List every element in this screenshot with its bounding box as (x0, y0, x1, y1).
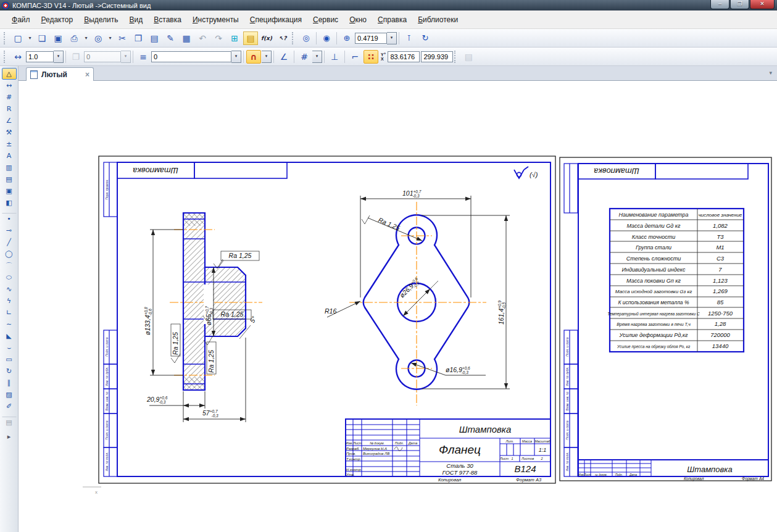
tool-button[interactable]: ⊸ (2, 225, 17, 236)
tool-button[interactable]: ⌣ (2, 342, 17, 354)
tool-button[interactable]: ◯ (2, 248, 17, 260)
coord-y-input[interactable] (388, 51, 420, 62)
tool-button[interactable]: # (2, 91, 17, 103)
tool-button[interactable]: ◧ (2, 197, 17, 209)
layers-icon[interactable]: ≡ (136, 50, 151, 64)
tool-button[interactable]: ▣ (2, 185, 17, 197)
tool-button[interactable]: ± (2, 138, 17, 150)
menu-item[interactable]: Справка (372, 13, 412, 27)
tool-button[interactable]: △ (2, 68, 17, 80)
drawing-area[interactable]: Перв. примен. Подп. и дата Инв. № дубл. … (19, 81, 777, 532)
tool-button[interactable]: ▸ (2, 431, 17, 443)
angle-snap-button[interactable]: ∠ (276, 50, 291, 64)
copies-input[interactable] (84, 51, 121, 62)
tool-button[interactable]: ◣ (2, 330, 17, 342)
toolbar-button[interactable]: ▤ (147, 31, 162, 45)
toolbar-overflow-button[interactable]: ▾ (769, 70, 772, 76)
zoom-selected-button[interactable]: ◉ (319, 31, 334, 45)
zoom-scale-input[interactable] (355, 33, 387, 44)
menu-item[interactable]: Библиотеки (412, 13, 463, 27)
menu-item[interactable]: Спецификация (244, 13, 307, 27)
toolbar-button[interactable]: ✂ (115, 31, 130, 45)
toolbar-button[interactable]: ▤ (243, 31, 258, 45)
tool-button[interactable]: • (2, 213, 17, 225)
sheet-a4[interactable]: Подп. и дата Инв. № дубл. Взам. инв. № П… (560, 157, 771, 481)
ortho-button[interactable]: ⌐ (347, 50, 362, 64)
toolbar-button[interactable]: ⊞ (227, 31, 242, 45)
tool-button[interactable]: ⚒ (2, 127, 17, 138)
tool-button[interactable]: ▤ (2, 417, 17, 428)
document-tab[interactable]: Лютый × (26, 67, 94, 81)
layer-dropdown[interactable]: ▾ (231, 51, 241, 63)
tool-button[interactable]: ∥ (2, 377, 17, 389)
parameter-table[interactable]: Наименование параметра числовое значение… (607, 209, 744, 352)
tool-button[interactable]: ϟ (2, 295, 17, 307)
tool-button[interactable]: ⌒ (2, 260, 17, 272)
copies-dropdown[interactable]: ▾ (121, 51, 131, 63)
sheet-a3[interactable]: Перв. примен. Подп. и дата Инв. № дубл. … (83, 156, 555, 495)
snap-button[interactable]: ∷ (364, 50, 378, 64)
minimize-button[interactable]: – (710, 0, 729, 9)
toolbar-button[interactable]: ❏ (35, 31, 49, 45)
view-scale-dropdown[interactable]: ▾ (54, 51, 64, 63)
ruler-button[interactable]: ⊺ (402, 31, 417, 45)
zoom-frame-button[interactable]: ◎ (299, 31, 314, 45)
drawing-canvas[interactable]: Перв. примен. Подп. и дата Инв. № дубл. … (19, 81, 777, 532)
zoom-in-button[interactable]: ⊕ (339, 31, 354, 45)
menu-item[interactable]: Выделить (78, 13, 123, 27)
tool-button[interactable]: R (2, 103, 17, 115)
toolbar-button[interactable]: f(x) (259, 31, 274, 45)
tool-button[interactable]: ╱ (2, 236, 17, 248)
tool-button[interactable]: A (2, 150, 17, 162)
zoom-scale-dropdown[interactable]: ▾ (387, 32, 397, 44)
layer-input[interactable] (151, 51, 231, 62)
toolbar-grip[interactable] (4, 51, 7, 63)
toolbar-grip[interactable] (454, 51, 458, 63)
toolbar-grip[interactable] (4, 32, 7, 44)
maximize-button[interactable]: ❐ (730, 0, 749, 9)
tool-button[interactable]: ↻ (2, 365, 17, 377)
tool-button[interactable]: ⬭ (2, 272, 17, 283)
tool-button[interactable]: ∼ (2, 318, 17, 330)
toolbar-button[interactable]: ⎙ (67, 31, 81, 45)
tool-button[interactable]: ▭ (2, 354, 17, 365)
local-csys-button[interactable]: ⊥ (327, 50, 342, 64)
magnet-dropdown[interactable]: ▾ (262, 51, 272, 63)
toolbar-button[interactable]: ❐ (131, 31, 146, 45)
toolbar-button[interactable]: ▦ (179, 31, 194, 45)
toolbar-button[interactable]: ▾ (107, 31, 114, 45)
menu-item[interactable]: Редактор (36, 13, 79, 27)
tool-button[interactable]: ✐ (2, 401, 17, 412)
toolbar-grip[interactable] (292, 32, 296, 44)
toolbar-button[interactable]: ▢ (10, 31, 25, 45)
menu-item[interactable]: Окно (344, 13, 372, 27)
toolbar-button[interactable]: ✎ (163, 31, 178, 45)
tool-button[interactable]: ∠ (2, 115, 17, 127)
tool-button[interactable]: ▨ (2, 389, 17, 401)
tool-button[interactable]: ∿ (2, 283, 17, 295)
view-scale-input[interactable] (26, 51, 54, 62)
menu-item[interactable]: Файл (6, 13, 36, 27)
tool-button[interactable]: ▤ (2, 173, 17, 185)
grid-dropdown[interactable]: ▾ (312, 51, 322, 63)
toolbar-button[interactable]: ▾ (27, 31, 33, 45)
tool-button[interactable]: ∟ (2, 307, 17, 318)
menu-item[interactable]: Вид (124, 13, 149, 27)
toolbar-button[interactable]: ▣ (51, 31, 65, 45)
toolbar-button[interactable]: ↶ (195, 31, 210, 45)
magnet-snap-button[interactable]: ∩ (246, 50, 261, 64)
close-button[interactable]: ✕ (750, 0, 775, 9)
menu-item[interactable]: Сервис (307, 13, 344, 27)
refresh-view-button[interactable]: ↻ (418, 31, 433, 45)
grid-button[interactable]: # (297, 50, 312, 64)
menu-item[interactable]: Вставка (148, 13, 187, 27)
tool-button[interactable]: ↔ (2, 80, 17, 91)
tool-button[interactable]: ▥ (2, 162, 17, 173)
toolbar-button[interactable]: ↖? (275, 31, 290, 45)
toolbar-button[interactable]: ▾ (83, 31, 89, 45)
coord-x-input[interactable] (421, 51, 453, 62)
menu-item[interactable]: Инструменты (187, 13, 244, 27)
toolbar-button[interactable]: ↷ (211, 31, 226, 45)
title-bar[interactable]: КОМПАС-3D V14 - Лютый ->Системный вид – … (0, 0, 777, 10)
toolbar-button[interactable]: ◎ (91, 31, 106, 45)
